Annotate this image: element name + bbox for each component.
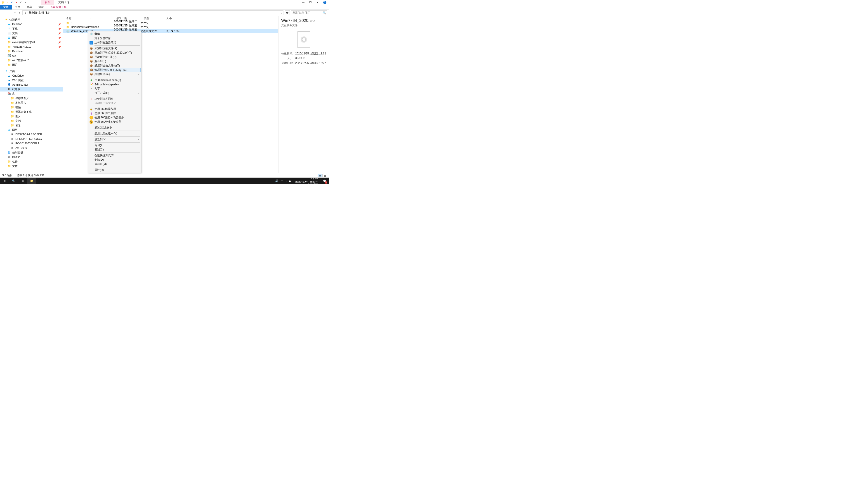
column-name[interactable]: 名称▴ <box>63 17 113 20</box>
column-type[interactable]: 类型 <box>141 17 163 20</box>
minimize-button[interactable]: — <box>302 1 305 4</box>
refresh-button[interactable]: ⟳ <box>285 10 290 15</box>
breadcrumb-dropdown-icon[interactable]: ⌄ <box>281 12 282 14</box>
breadcrumb[interactable]: 🖥 › 此电脑 › 文档 (E:) › ⌄ <box>22 10 283 15</box>
cm-add-archive[interactable]: 📦添加到压缩文件(A)... <box>89 46 141 51</box>
cm-send-to[interactable]: 发送到(N)› <box>89 137 141 142</box>
tree-folder[interactable]: 📁音乐 <box>0 123 63 128</box>
column-size[interactable]: 大小 <box>163 17 181 20</box>
tray-overflow-icon[interactable]: ˄ <box>272 180 273 183</box>
ribbon-home-tab[interactable]: 主页 <box>12 5 24 9</box>
cm-burn[interactable]: 刻录光盘映像 <box>89 36 141 40</box>
cm-360-menu[interactable]: ⚙使用 360管理右键菜单 <box>89 120 141 124</box>
tree-folder[interactable]: 📁本机照片 <box>0 101 63 105</box>
ime-indicator[interactable]: 中 <box>281 179 283 183</box>
chevron-right-icon[interactable]: › <box>37 12 38 14</box>
tree-downloads[interactable]: ⬇下载📌 <box>0 26 63 31</box>
tree-this-pc[interactable]: 🖥此电脑 <box>0 87 63 92</box>
tree-folder[interactable]: 📁文件 <box>0 164 63 168</box>
tree-network[interactable]: 🖧网络 <box>0 128 63 132</box>
tree-network-pc[interactable]: 🖥DESKTOP-LSSOEDP <box>0 132 63 137</box>
cm-open-with[interactable]: 打开方式(H)› <box>89 91 141 95</box>
cm-extract-folder[interactable]: 📦解压到 Win7x64_2020\ (E) <box>89 68 141 72</box>
start-button[interactable]: ⊞ <box>0 177 9 184</box>
tree-folder[interactable]: 📁Bandicam <box>0 49 63 54</box>
search-button[interactable]: 🔍 <box>9 177 18 184</box>
tree-network-pc[interactable]: 🖥DESKTOP-NJEU3CG <box>0 137 63 141</box>
tree-documents[interactable]: 📄文档📌 <box>0 31 63 35</box>
cm-share[interactable]: ↗共享 <box>89 87 141 91</box>
nav-forward-button[interactable]: → <box>8 11 12 14</box>
tree-folder[interactable]: 📁天翼云盘下载 <box>0 109 63 114</box>
help-button[interactable]: ? <box>323 1 327 4</box>
tree-network-pc[interactable]: 🖥PC-20190530OBLA <box>0 141 63 146</box>
tree-folder[interactable]: 📁excel表格制作求和📌 <box>0 40 63 44</box>
tree-desktop-group[interactable]: 🖥桌面 <box>0 69 63 73</box>
nav-history-dropdown[interactable]: ▾ <box>13 12 17 14</box>
tray-app-icon[interactable]: ◆ <box>289 180 291 183</box>
tree-drive[interactable]: 💽G:\ <box>0 54 63 58</box>
qat-more-icon[interactable]: ▾ <box>24 1 27 4</box>
chevron-right-icon[interactable]: › <box>50 12 50 14</box>
tray-app-icon[interactable]: ▫ <box>286 180 287 183</box>
search-icon[interactable]: 🔍 <box>323 11 326 14</box>
context-tab-manage[interactable]: 管理 <box>41 0 54 5</box>
taskbar-explorer[interactable]: 📁 <box>27 177 36 184</box>
close-button[interactable]: ✕ <box>316 1 319 4</box>
nav-up-button[interactable]: ↑ <box>18 11 21 14</box>
tree-folder[interactable]: 📁视频 <box>0 105 63 109</box>
action-center-button[interactable]: 💬3 <box>321 178 328 184</box>
delete-icon[interactable]: ✖ <box>15 1 18 4</box>
cm-360-trojan-scan[interactable]: ⚡使用 360进行木马云查杀 <box>89 116 141 120</box>
cm-mount[interactable]: 💿装载 <box>89 32 141 36</box>
details-view-button[interactable]: ≣ <box>318 174 322 177</box>
nav-back-button[interactable]: ← <box>2 11 6 14</box>
file-row[interactable]: 📁1 2020/12/15, 星期二 1... 文件夹 <box>63 21 278 25</box>
tree-folder[interactable]: 📁软件 <box>0 159 63 164</box>
cm-qq-send[interactable]: 通过QQ发送到 <box>89 126 141 130</box>
tree-onedrive[interactable]: ☁OneDrive <box>0 73 63 78</box>
cm-extract-to[interactable]: 📦解压到(F)... <box>89 59 141 64</box>
cm-properties[interactable]: 属性(R) <box>89 168 141 172</box>
breadcrumb-pc[interactable]: 此电脑 <box>29 11 37 15</box>
thumbnails-view-button[interactable]: ▦ <box>322 174 327 177</box>
cm-add-zip[interactable]: 📦添加到 "Win7x64_2020.zip" (T) <box>89 51 141 55</box>
tree-folder[interactable]: 📁图片 <box>0 114 63 119</box>
tree-folder[interactable]: 📁YUNQISHI2019📌 <box>0 44 63 49</box>
tree-folder[interactable]: 📁图片 <box>0 63 63 67</box>
cm-restore-versions[interactable]: 还原以前的版本(V) <box>89 131 141 136</box>
file-row[interactable]: 📁BaiduNetdiskDownload 2020/12/25, 星期五 1.… <box>63 25 278 29</box>
tree-recycle-bin[interactable]: 🗑回收站 <box>0 155 63 159</box>
cm-other-compress[interactable]: 📦其他压缩命令› <box>89 72 141 76</box>
tree-folder[interactable]: 📁保存的图片 <box>0 96 63 101</box>
volume-icon[interactable]: 🔊 <box>275 180 278 183</box>
chevron-right-icon[interactable]: › <box>28 12 28 14</box>
cm-baidu-pan[interactable]: ◇上传到百度网盘 <box>89 97 141 101</box>
tree-user[interactable]: 👤Administrator <box>0 83 63 87</box>
ribbon-disc-tools-tab[interactable]: 光盘映像工具 <box>47 5 70 9</box>
tree-folder[interactable]: 📁win7重装win7 <box>0 58 63 63</box>
undo-icon[interactable]: ↶ <box>20 1 23 4</box>
ribbon-view-tab[interactable]: 查看 <box>35 5 47 9</box>
open-folder-icon[interactable]: ▫ <box>6 1 9 4</box>
taskbar-clock[interactable]: 16:32 2020/12/25, 星期五 <box>293 178 319 184</box>
search-input[interactable]: 搜索"文档 (E:)" 🔍 <box>291 10 327 15</box>
tree-wps[interactable]: ☁WPS网盘 <box>0 78 63 83</box>
tree-library[interactable]: 📚库 <box>0 92 63 96</box>
cm-browser[interactable]: ◆用 蜂蜜浏览器 浏览(3) <box>89 78 141 82</box>
cm-360-release[interactable]: 🔒使用 360解除占用 <box>89 107 141 111</box>
cm-create-shortcut[interactable]: 创建快捷方式(S) <box>89 153 141 158</box>
tree-control-panel[interactable]: 🎛控制面板 <box>0 150 63 155</box>
cm-extract-here[interactable]: 📦解压到当前文件夹(X) <box>89 64 141 68</box>
tree-quick-access[interactable]: ★快速访问 <box>0 18 63 22</box>
cm-delete[interactable]: 删除(D) <box>89 158 141 162</box>
ribbon-share-tab[interactable]: 共享 <box>24 5 35 9</box>
ribbon-file-tab[interactable]: 文件 <box>0 5 12 9</box>
tree-desktop[interactable]: ▬Desktop📌 <box>0 22 63 26</box>
maximize-button[interactable]: ☐ <box>309 1 312 4</box>
cm-360-force-delete[interactable]: 🗑使用 360强力删除 <box>89 111 141 116</box>
cm-youdao[interactable]: N上传到有道云笔记 <box>89 40 141 45</box>
tree-folder[interactable]: 📁文档 <box>0 119 63 123</box>
cm-notepad[interactable]: 📝Edit with Notepad++ <box>89 82 141 87</box>
cm-copy[interactable]: 复制(C) <box>89 148 141 152</box>
